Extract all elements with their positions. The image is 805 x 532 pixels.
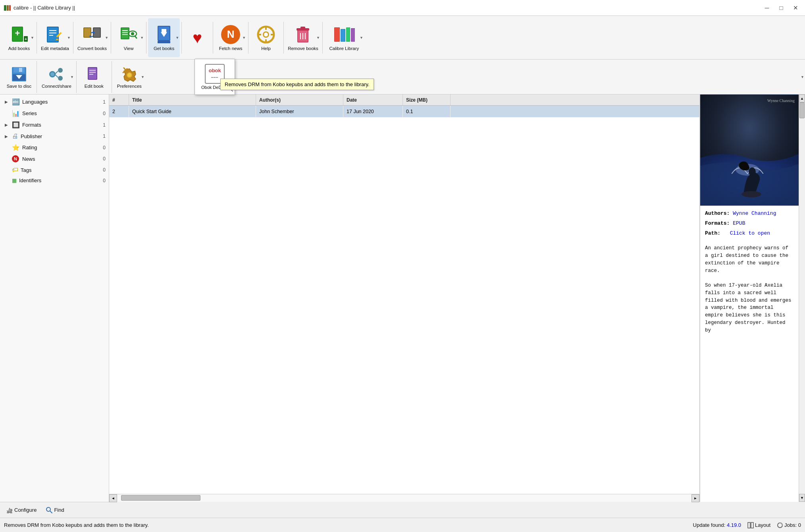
jobs-icon bbox=[777, 522, 783, 528]
edit-book-button[interactable]: Edit book bbox=[78, 61, 110, 93]
close-button[interactable]: ✕ bbox=[789, 2, 802, 13]
get-books-button[interactable]: Get books ▼ bbox=[148, 18, 180, 57]
path-label: Path: bbox=[705, 230, 720, 236]
path-row: Path: Click to open bbox=[705, 229, 794, 238]
fetch-news-button[interactable]: N Fetch news ▼ bbox=[215, 18, 247, 57]
title-left: calibre - || Calibre Library || bbox=[3, 4, 75, 12]
bottom-bar: Configure Find bbox=[0, 502, 109, 518]
connect-share-icon bbox=[48, 66, 65, 83]
maximize-button[interactable]: □ bbox=[775, 2, 788, 13]
scroll-track-right[interactable] bbox=[799, 102, 805, 494]
svg-point-79 bbox=[741, 191, 761, 197]
help-button[interactable]: Help bbox=[250, 18, 282, 57]
find-button[interactable]: Find bbox=[43, 505, 67, 515]
col-header-size[interactable]: Size (MB) bbox=[403, 94, 451, 105]
col-header-date[interactable]: Date bbox=[343, 94, 403, 105]
svg-line-66 bbox=[55, 74, 58, 77]
sidebar-item-formats[interactable]: ▶ 🔲 Formats 1 bbox=[0, 119, 109, 131]
add-books-icon-area: + + bbox=[8, 24, 30, 45]
sep2-2 bbox=[76, 61, 77, 93]
configure-button[interactable]: Configure bbox=[3, 505, 40, 515]
col-header-author[interactable]: Author(s) bbox=[256, 94, 343, 105]
scroll-up-button[interactable]: ▲ bbox=[799, 94, 805, 102]
layout-item[interactable]: Layout bbox=[747, 522, 770, 528]
scroll-left-button[interactable]: ◄ bbox=[109, 494, 117, 502]
sidebar-item-news[interactable]: N News 0 bbox=[0, 153, 109, 164]
connect-share-arrow[interactable]: ▼ bbox=[70, 75, 74, 79]
sidebar-item-publisher[interactable]: ▶ 🖨 Publisher 1 bbox=[0, 131, 109, 142]
donate-button[interactable]: ♥ bbox=[183, 18, 211, 57]
save-to-disc-button[interactable]: Save to disc ▼ bbox=[3, 61, 35, 93]
jobs-label: Jobs: 0 bbox=[784, 522, 801, 528]
scroll-track[interactable] bbox=[117, 494, 691, 502]
book-list-scrollbar[interactable]: ◄ ► bbox=[109, 494, 699, 502]
get-books-icon-area bbox=[153, 24, 175, 45]
view-button[interactable]: View ▼ bbox=[113, 18, 144, 57]
sidebar-item-languages[interactable]: ▶ 🔤 Languages 1 bbox=[0, 96, 109, 108]
sidebar-item-series[interactable]: 📊 Series 0 bbox=[0, 108, 109, 119]
convert-books-button[interactable]: Convert books ▼ bbox=[75, 18, 109, 57]
sidebar-item-identifiers[interactable]: ▦ Identifiers 0 bbox=[0, 175, 109, 185]
scroll-down-button[interactable]: ▼ bbox=[799, 494, 805, 502]
preferences-icon bbox=[121, 66, 138, 83]
update-label: Update found: bbox=[693, 522, 726, 528]
svg-rect-58 bbox=[19, 68, 22, 72]
update-version-link[interactable]: 4.19.0 bbox=[727, 522, 741, 528]
tags-label: Tags bbox=[21, 167, 95, 173]
save-disc-arrow[interactable]: ▼ bbox=[801, 75, 804, 79]
tooltip-text: Removes DRM from Kobo kepubs and adds th… bbox=[225, 81, 370, 87]
help-icon-area bbox=[255, 24, 277, 45]
add-books-button[interactable]: + + Add books ▼ bbox=[3, 18, 35, 57]
col-header-title[interactable]: Title bbox=[129, 94, 256, 105]
book-list: 2 Quick Start Guide John Schember 17 Jun… bbox=[109, 106, 699, 494]
col-header-num[interactable]: # bbox=[109, 94, 129, 105]
connect-share-button[interactable]: Connect/share ▼ bbox=[39, 61, 75, 93]
get-books-arrow[interactable]: ▼ bbox=[175, 36, 179, 40]
preferences-arrow[interactable]: ▼ bbox=[141, 75, 144, 79]
edit-metadata-button[interactable]: Edit metadata ▼ bbox=[39, 18, 71, 57]
fetch-news-icon-area: N bbox=[220, 24, 241, 45]
edit-metadata-arrow[interactable]: ▼ bbox=[67, 36, 71, 40]
edit-book-label: Edit book bbox=[85, 84, 104, 89]
description-text-2: So when 17-year-old Axelia falls into a … bbox=[705, 282, 794, 334]
cell-num: 2 bbox=[109, 106, 129, 117]
calibre-library-button[interactable]: Calibre Library ▼ bbox=[324, 18, 364, 57]
configure-label: Configure bbox=[14, 507, 37, 513]
book-list-header: # Title Author(s) Date Size (MB) bbox=[109, 94, 699, 106]
svg-rect-2 bbox=[9, 5, 11, 11]
add-books-arrow[interactable]: ▼ bbox=[31, 36, 34, 40]
scroll-thumb[interactable] bbox=[121, 495, 200, 501]
scroll-right-button[interactable]: ► bbox=[691, 494, 699, 502]
convert-books-arrow[interactable]: ▼ bbox=[105, 36, 108, 40]
edit-metadata-label: Edit metadata bbox=[41, 46, 69, 52]
scroll-thumb-right[interactable] bbox=[799, 102, 805, 118]
svg-text:+: + bbox=[15, 28, 20, 38]
save-to-disc-icon bbox=[10, 66, 28, 83]
preferences-label: Preferences bbox=[117, 84, 142, 89]
convert-books-icon bbox=[83, 25, 102, 44]
remove-books-button[interactable]: Remove books ▼ bbox=[285, 18, 321, 57]
fetch-news-arrow[interactable]: ▼ bbox=[242, 36, 246, 40]
sidebar: ▶ 🔤 Languages 1 📊 Series 0 ▶ 🔲 Formats 1… bbox=[0, 94, 109, 502]
view-arrow[interactable]: ▼ bbox=[140, 36, 144, 40]
configure-icon bbox=[6, 507, 13, 513]
sidebar-item-rating[interactable]: ⭐ Rating 0 bbox=[0, 142, 109, 153]
calibre-library-icon bbox=[333, 25, 355, 44]
formats-icon: 🔲 bbox=[12, 121, 20, 129]
table-row[interactable]: 2 Quick Start Guide John Schember 17 Jun… bbox=[109, 106, 699, 118]
add-books-icon: + + bbox=[10, 25, 29, 44]
authors-value[interactable]: Wynne Channing bbox=[733, 210, 776, 216]
formats-value[interactable]: EPUB bbox=[733, 220, 745, 226]
right-panel-scrollbar[interactable]: ▲ ▼ bbox=[799, 94, 805, 502]
svg-point-40 bbox=[264, 33, 268, 37]
formats-expand-icon: ▶ bbox=[5, 123, 10, 127]
svg-rect-44 bbox=[300, 27, 305, 29]
news-icon: N bbox=[12, 155, 19, 162]
calibre-library-arrow[interactable]: ▼ bbox=[360, 36, 363, 40]
minimize-button[interactable]: ─ bbox=[761, 2, 773, 13]
sidebar-item-tags[interactable]: 🏷 Tags 0 bbox=[0, 164, 109, 175]
preferences-button[interactable]: Preferences ▼ bbox=[114, 61, 145, 93]
path-value[interactable]: Click to open bbox=[730, 230, 770, 236]
edit-metadata-icon-area bbox=[44, 24, 65, 45]
remove-books-arrow[interactable]: ▼ bbox=[316, 36, 320, 40]
